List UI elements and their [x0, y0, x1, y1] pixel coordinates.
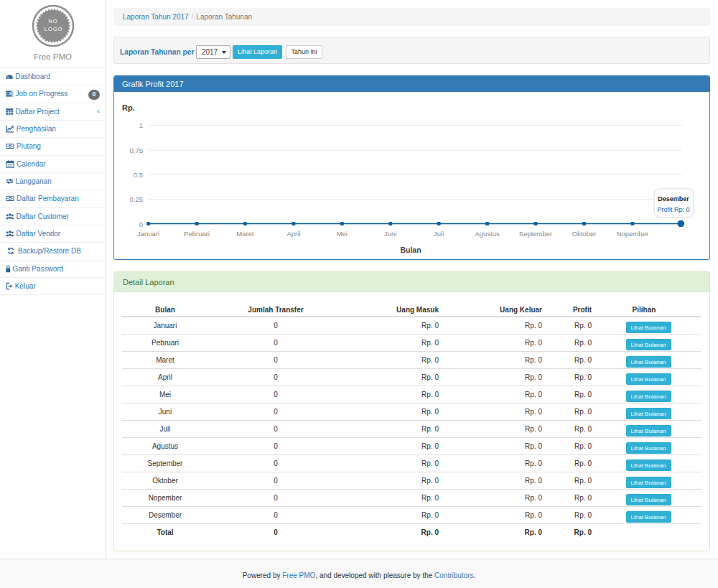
svg-text:Juli: Juli	[434, 230, 444, 238]
svg-text:April: April	[286, 230, 300, 238]
svg-text:September: September	[519, 230, 552, 238]
svg-text:0.25: 0.25	[130, 195, 144, 203]
svg-text:Maret: Maret	[236, 230, 254, 238]
svg-text:0: 0	[139, 220, 143, 228]
svg-text:Pebruari: Pebruari	[184, 230, 210, 238]
svg-text:Agustus: Agustus	[475, 230, 500, 238]
svg-text:Mei: Mei	[337, 230, 348, 238]
svg-text:LOGO: LOGO	[44, 26, 62, 32]
svg-text:0.5: 0.5	[134, 171, 143, 179]
svg-text:Rp.: Rp.	[122, 103, 135, 112]
svg-text:Juni: Juni	[384, 230, 396, 238]
svg-text:Bulan: Bulan	[400, 246, 421, 254]
svg-text:Oktober: Oktober	[572, 230, 597, 238]
svg-text:NO: NO	[48, 18, 57, 24]
svg-text:0.75: 0.75	[130, 146, 144, 154]
svg-text:Januari: Januari	[137, 230, 159, 238]
svg-text:Profit Rp: 0: Profit Rp: 0	[657, 206, 689, 213]
svg-text:Nopember: Nopember	[617, 230, 648, 238]
svg-text:1: 1	[139, 121, 143, 129]
svg-text:Desember: Desember	[658, 195, 689, 202]
